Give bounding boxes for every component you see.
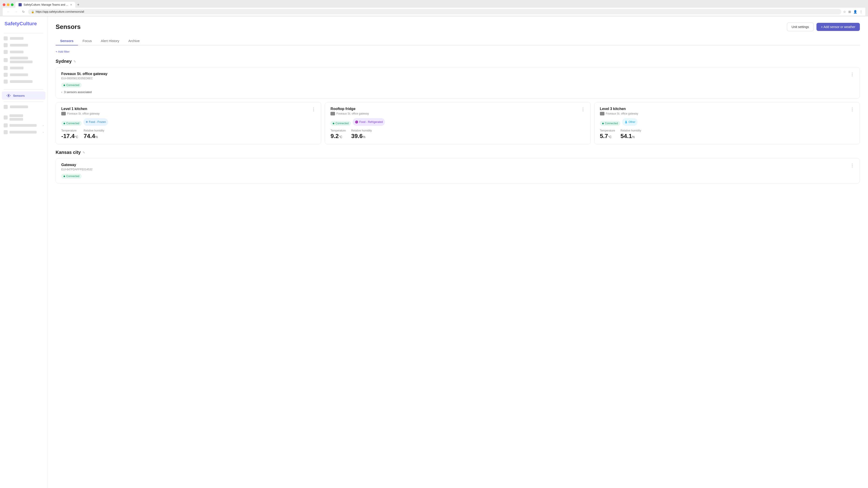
address-bar[interactable]: 🔒 https://app.safetyculture.com/sensors/… bbox=[28, 9, 841, 14]
skeleton-icon-1 bbox=[4, 36, 8, 40]
browser-toolbar: ← → ↻ 🔒 https://app.safetyculture.com/se… bbox=[3, 8, 865, 16]
skeleton-line-4a bbox=[10, 57, 28, 59]
bookmark-icon[interactable]: ☆ bbox=[843, 10, 846, 13]
kansas-gateway-menu-button[interactable]: ⋮ bbox=[850, 163, 854, 168]
new-tab-button[interactable]: + bbox=[77, 2, 80, 7]
menu-icon[interactable]: ⋮ bbox=[860, 10, 863, 13]
sidebar-item-sensors[interactable]: Sensors bbox=[2, 92, 45, 100]
unit-settings-button[interactable]: Unit settings bbox=[787, 23, 814, 31]
sidebar-group-3[interactable]: › bbox=[0, 129, 47, 135]
chevron-right-icon: › bbox=[61, 90, 62, 94]
temp-value-2: 5.7°C bbox=[600, 133, 615, 140]
gateway-menu-button[interactable]: ⋮ bbox=[850, 72, 854, 77]
browser-tab[interactable]: SafetyCulture: Manage Teams and ... ✕ bbox=[16, 2, 75, 8]
sensor-tag-1: 🟣 Food - Refrigerated bbox=[352, 118, 385, 126]
skeleton-icon-5 bbox=[4, 66, 8, 70]
sensor-status-dot-2 bbox=[602, 123, 604, 124]
gateway-icon-2 bbox=[600, 112, 604, 116]
skeleton-line-6 bbox=[10, 73, 28, 76]
gateway-eui: EUI-00005813D35ED8EC bbox=[61, 77, 107, 80]
sidebar-skeleton-6 bbox=[4, 73, 43, 77]
sensor-menu-1[interactable]: ⋮ bbox=[581, 107, 585, 112]
skeleton-line-g1a bbox=[9, 114, 23, 117]
sensors-associated-text: 3 sensors associated bbox=[64, 90, 92, 94]
tab-sensors[interactable]: Sensors bbox=[56, 37, 78, 45]
sensor-badges-2: Connected 💧 Other bbox=[600, 118, 854, 126]
sidebar-group-2[interactable]: › bbox=[0, 122, 47, 129]
forward-button[interactable]: → bbox=[13, 9, 19, 14]
sensor-info-0: Level 1 kitchen Foveaux St. office gatew… bbox=[61, 107, 100, 116]
chevron-right-icon-g3: › bbox=[43, 131, 43, 133]
back-button[interactable]: ← bbox=[5, 9, 11, 14]
logo-safety: Safety bbox=[4, 21, 20, 26]
sensors-nav-label: Sensors bbox=[13, 94, 25, 97]
humidity-metric-1: Relative humidity 39.6% bbox=[351, 129, 372, 140]
kansas-gateway-info: Gateway EUI-647FDAFFFE014532 bbox=[61, 163, 92, 171]
maximize-dot[interactable] bbox=[11, 3, 13, 6]
tab-close-button[interactable]: ✕ bbox=[70, 3, 72, 6]
tab-favicon bbox=[19, 3, 22, 6]
sidebar-skeleton-2 bbox=[4, 43, 43, 47]
sensors-associated-button[interactable]: › 3 sensors associated bbox=[61, 90, 854, 94]
sensor-card-2: Level 3 kitchen Foveaux St. office gatew… bbox=[594, 102, 860, 144]
frozen-icon: ❄ bbox=[86, 121, 88, 124]
gateway-name: Foveaux St. office gateway bbox=[61, 72, 107, 76]
sensor-gateway-2: Foveaux St. office gateway bbox=[600, 112, 638, 116]
kansas-gateway-name: Gateway bbox=[61, 163, 92, 167]
tab-alert-history[interactable]: Alert History bbox=[96, 37, 124, 45]
sidebar-skeleton-5 bbox=[4, 66, 43, 70]
main-content: Sensors Unit settings + Add sensor or we… bbox=[48, 16, 868, 488]
sydney-section: Sydney ✎ Foveaux St. office gateway EUI-… bbox=[56, 59, 860, 144]
humidity-label-0: Relative humidity bbox=[84, 129, 104, 132]
temperature-metric-0: Temperature -17.4°C bbox=[61, 129, 78, 140]
sensor-menu-2[interactable]: ⋮ bbox=[850, 107, 854, 112]
skeleton-icon-g3 bbox=[4, 130, 8, 134]
sensor-status-dot-0 bbox=[64, 123, 65, 124]
humidity-label-1: Relative humidity bbox=[351, 129, 372, 132]
sidebar-divider-bottom bbox=[4, 101, 43, 102]
reload-button[interactable]: ↻ bbox=[21, 9, 26, 14]
temperature-metric-2: Temperature 5.7°C bbox=[600, 129, 615, 140]
skeleton-icon-7 bbox=[4, 79, 8, 84]
tab-archive[interactable]: Archive bbox=[124, 37, 144, 45]
tab-focus[interactable]: Focus bbox=[78, 37, 96, 45]
temp-value-1: 9.2°C bbox=[331, 133, 346, 140]
temp-label-0: Temperature bbox=[61, 129, 78, 132]
sensor-tag-0: ❄ Food - Frozen bbox=[84, 118, 108, 126]
extensions-icon[interactable]: ⊞ bbox=[848, 10, 851, 13]
logo-culture: Culture bbox=[20, 21, 37, 26]
kansas-gateway-status-badge: Connected bbox=[61, 174, 82, 179]
lock-icon: 🔒 bbox=[31, 10, 34, 13]
close-dot[interactable] bbox=[3, 3, 5, 6]
sensor-gateway-1: Foveaux St. office gateway bbox=[331, 112, 369, 116]
status-dot-icon bbox=[64, 85, 65, 86]
sensor-card-header-2: Level 3 kitchen Foveaux St. office gatew… bbox=[600, 107, 854, 116]
kansas-gateway-header: Gateway EUI-647FDAFFFE014532 ⋮ bbox=[61, 163, 854, 171]
sensor-card-header-0: Level 1 kitchen Foveaux St. office gatew… bbox=[61, 107, 315, 116]
sydney-edit-icon[interactable]: ✎ bbox=[73, 60, 76, 63]
sensor-card-1: Rooftop fridge Foveaux St. office gatewa… bbox=[325, 102, 590, 144]
kansas-city-section: Kansas city ✎ Gateway EUI-647FDAFFFE0145… bbox=[56, 150, 860, 184]
address-url: https://app.safetyculture.com/sensors/al… bbox=[36, 10, 84, 13]
skeleton-icon-3 bbox=[4, 50, 8, 54]
sensor-metrics-0: Temperature -17.4°C Relative humidity 74… bbox=[61, 129, 315, 140]
humidity-value-0: 74.4% bbox=[84, 133, 104, 140]
sensor-gateway-0: Foveaux St. office gateway bbox=[61, 112, 100, 116]
window-controls bbox=[3, 3, 13, 6]
sydney-name: Sydney bbox=[56, 59, 72, 64]
add-filter-button[interactable]: + Add filter bbox=[56, 50, 860, 53]
minimize-dot[interactable] bbox=[7, 3, 9, 6]
sensor-metrics-1: Temperature 9.2°C Relative humidity 39.6… bbox=[331, 129, 585, 140]
sensor-status-dot-1 bbox=[333, 123, 334, 124]
sidebar-group-1[interactable] bbox=[0, 113, 47, 122]
logo: SafetyCulture bbox=[0, 20, 47, 31]
browser-chrome: SafetyCulture: Manage Teams and ... ✕ + … bbox=[0, 0, 868, 16]
tabs: Sensors Focus Alert History Archive bbox=[56, 37, 860, 45]
profile-icon[interactable]: 👤 bbox=[853, 10, 857, 13]
kansas-city-header: Kansas city ✎ bbox=[56, 150, 860, 155]
sidebar-skeleton-3 bbox=[4, 50, 43, 54]
sensor-badges-1: Connected 🟣 Food - Refrigerated bbox=[331, 118, 585, 126]
kansas-city-edit-icon[interactable]: ✎ bbox=[83, 151, 85, 154]
add-sensor-button[interactable]: + Add sensor or weather bbox=[816, 23, 860, 31]
sensor-menu-0[interactable]: ⋮ bbox=[311, 107, 315, 112]
